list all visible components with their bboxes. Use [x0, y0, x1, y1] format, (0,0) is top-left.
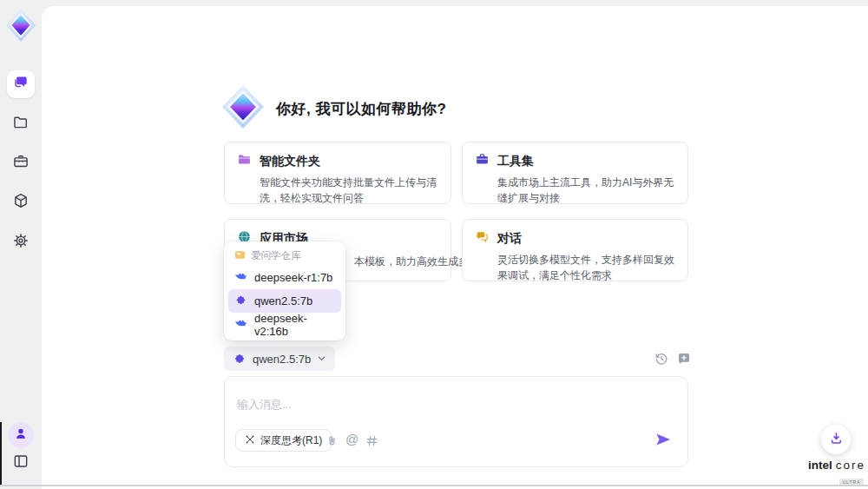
prompt-tags-button[interactable] [365, 433, 379, 448]
chat-duo-icon [475, 229, 490, 248]
download-fab-button[interactable] [821, 425, 851, 454]
card-smart-folder[interactable]: 智能文件夹 智能文件夹功能支持批量文件上传与清洗，轻松实现文件问答 [224, 142, 451, 204]
model-dropdown: 爱问学仓库 deepseek-r1:7b qwen2.5:7b deepseek… [224, 241, 345, 340]
new-chat-button[interactable] [676, 351, 692, 367]
deep-think-toggle[interactable]: 深度思考(R1) [235, 429, 332, 452]
attach-file-button[interactable] [325, 433, 339, 448]
chat-bubbles-icon [12, 74, 30, 95]
sidebar-item-folders[interactable] [7, 110, 35, 138]
chat-plus-icon [676, 354, 692, 369]
model-option-label: qwen2.5:7b [254, 294, 312, 307]
history-button[interactable] [654, 351, 669, 367]
paperclip-icon [325, 436, 339, 451]
card-title: 对话 [497, 231, 522, 247]
sidebar-item-toolbox[interactable] [7, 149, 35, 177]
purple-folder-icon [237, 152, 252, 170]
download-icon [828, 430, 845, 450]
card-description-visible: 本模板，助力高效生成多 [354, 254, 469, 269]
card-toolset[interactable]: 工具集 集成市场上主流工具，助力AI与外界无缝扩展与对接 [462, 142, 688, 204]
repository-badge-icon [234, 249, 246, 262]
window-edge-left [0, 422, 2, 486]
deep-think-icon [245, 434, 255, 447]
qwen-icon [234, 294, 247, 309]
cube-icon [12, 192, 30, 213]
composer: 深度思考(R1) @ [224, 376, 688, 467]
card-description: 灵活切换多模型文件，支持多样回复效果调试，满足个性化需求 [497, 252, 675, 283]
sidebar-item-profile[interactable] [8, 422, 34, 448]
model-selector-value: qwen2.5:7b [253, 353, 311, 366]
intel-core-badge: intel core ultra [806, 459, 868, 487]
card-description: 集成市场上主流工具，助力AI与外界无缝扩展与对接 [497, 175, 675, 206]
sidebar-item-settings[interactable] [7, 228, 35, 256]
user-avatar-icon [13, 426, 29, 445]
window-edge-bottom [0, 485, 868, 486]
card-description: 智能文件夹功能支持批量文件上传与清洗，轻松实现文件问答 [260, 175, 438, 206]
deep-think-label: 深度思考(R1) [260, 433, 322, 448]
model-selector[interactable]: qwen2.5:7b [224, 347, 335, 371]
model-option-deepseek-v2[interactable]: deepseek-v2:16b [228, 313, 341, 336]
toolbox-icon [475, 152, 490, 170]
model-option-qwen[interactable]: qwen2.5:7b [228, 289, 341, 313]
intel-text: intel [808, 459, 832, 472]
send-button[interactable] [654, 431, 672, 448]
sidebar-item-collapse[interactable] [7, 449, 35, 477]
sidebar-item-models[interactable] [7, 188, 35, 216]
message-input[interactable] [237, 387, 671, 421]
panel-layout-icon [12, 453, 30, 473]
mention-button[interactable]: @ [345, 432, 358, 446]
folder-icon [12, 114, 30, 135]
core-text: core [836, 459, 865, 472]
model-group-label: 爱问学仓库 [251, 249, 301, 262]
at-icon: @ [345, 432, 358, 446]
model-option-label: deepseek-v2:16b [254, 312, 335, 338]
sidebar-item-chat[interactable] [7, 70, 35, 98]
app-logo-icon [6, 9, 36, 42]
history-clock-icon [654, 354, 669, 369]
card-title: 智能文件夹 [260, 154, 320, 169]
model-option-label: deepseek-r1:7b [254, 271, 332, 284]
card-conversation[interactable]: 对话 灵活切换多模型文件，支持多样回复效果调试，满足个性化需求 [462, 219, 688, 281]
gear-icon [12, 232, 30, 253]
send-arrow-icon [654, 436, 672, 451]
chevron-down-icon [317, 351, 326, 367]
greeting-logo-icon [222, 85, 264, 129]
model-group-header: 爱问学仓库 [228, 246, 341, 266]
qwen-icon [233, 352, 247, 366]
greeting-title: 你好, 我可以如何帮助你? [276, 99, 446, 119]
app-window: 你好, 我可以如何帮助你? 智能文件夹 智能文件夹功能支持批量文件上传与清洗，轻… [0, 0, 868, 489]
hash-grid-icon [365, 436, 379, 451]
deepseek-whale-icon [234, 270, 247, 286]
briefcase-icon [12, 153, 30, 174]
card-title: 工具集 [497, 154, 534, 169]
sidebar [0, 0, 42, 489]
deepseek-whale-icon [234, 317, 247, 333]
model-option-deepseek-r1[interactable]: deepseek-r1:7b [228, 266, 341, 289]
